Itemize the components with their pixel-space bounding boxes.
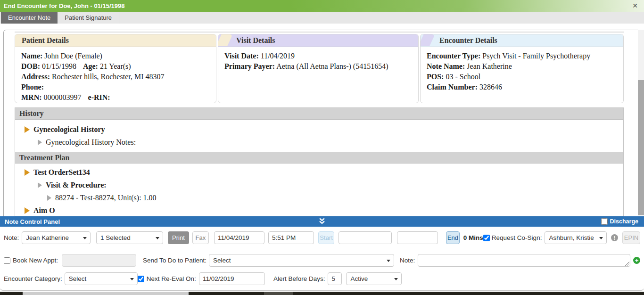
info-icon[interactable]: ! (611, 234, 618, 241)
discharge-checkbox-group: Discharge (601, 216, 638, 227)
note-control-panel-title: Note Control Panel (5, 218, 60, 225)
content-top-divider (15, 32, 624, 33)
tree-item-label: Gynecological History (33, 125, 105, 134)
mrn-value: 0000003997 (44, 93, 82, 101)
encounter-details-card: Encounter Details Encounter Type: Psych … (420, 34, 624, 103)
tree-item-label: Gynecological History Notes: (46, 138, 136, 147)
epin-button[interactable]: EPIN (622, 231, 640, 244)
collapsed-arrow-icon[interactable] (38, 139, 42, 145)
encounter-date-input[interactable] (214, 231, 264, 244)
request-cosign-label: Request Co-Sign: (492, 234, 542, 241)
pos-label: POS: (427, 73, 444, 81)
appointment-row: Book New Appt: Send To Do to Patient: Se… (4, 254, 640, 267)
chevron-down-icon (387, 260, 390, 262)
tab-separator (119, 12, 119, 24)
book-new-appt-label: Book New Appt: (13, 257, 58, 264)
tab-encounter-note[interactable]: Encounter Note (1, 12, 58, 24)
address-value: Rochester hills, Rochester, MI 48307 (52, 73, 164, 81)
age-label: Age: (83, 62, 98, 70)
resize-handle-icon[interactable] (625, 262, 629, 266)
print-button[interactable]: Print (168, 231, 189, 244)
next-reeval-checkbox[interactable] (138, 276, 144, 282)
fax-button[interactable]: Fax (192, 231, 209, 244)
chevron-down-icon (130, 278, 134, 280)
encounter-category-select[interactable]: Select (65, 272, 138, 285)
chevron-down-icon (394, 278, 398, 280)
tab-bar: Encounter Note Patient Signature (0, 12, 644, 24)
cosign-provider-select[interactable]: Ashburn, Kristie (545, 231, 607, 244)
book-new-appt-checkbox[interactable] (4, 257, 10, 264)
patient-details-title: Patient Details (22, 36, 69, 45)
primary-payer-label: Primary Payer: (224, 62, 275, 70)
primary-payer-value: Aetna (All Aetna Plans-) (54151654) (276, 62, 388, 70)
discharge-checkbox[interactable] (601, 218, 608, 225)
scrollbar-thumb[interactable] (638, 80, 644, 215)
encounter-type-value: Psych Visit - Family Psychotherapy (482, 52, 590, 60)
tree-item-orderset[interactable]: Test OrderSet134 (15, 166, 623, 179)
tab-patient-signature[interactable]: Patient Signature (58, 12, 119, 24)
request-cosign-checkbox[interactable] (483, 235, 490, 241)
start-timer-button[interactable]: Start (318, 231, 334, 244)
timer-start-input[interactable] (339, 231, 392, 244)
tree-item-label: Visit & Procedure: (46, 181, 107, 189)
alert-before-days-label: Alert Before Days: (273, 275, 325, 282)
tree-item-procedure-code[interactable]: 88274 - Test-88274, Unit(s): 1.00 (15, 191, 623, 204)
timer-end-input[interactable] (397, 231, 438, 244)
treatment-plan-section-header[interactable]: Treatment Plan (15, 152, 623, 164)
expanded-arrow-icon[interactable] (25, 169, 30, 176)
next-reeval-label: Next Re-Eval On: (147, 275, 196, 282)
collapse-double-chevron-icon[interactable] (318, 217, 326, 227)
selected-items-select[interactable]: 1 Selected (96, 231, 163, 244)
encounter-details-title: Encounter Details (439, 36, 497, 45)
patient-details-body: Name: John Doe (Female) DOB: 01/15/1998 … (15, 47, 216, 103)
tree-item-gyn-history[interactable]: Gynecological History (15, 123, 623, 136)
history-title: History (19, 109, 44, 118)
send-todo-select[interactable]: Select (209, 254, 394, 267)
collapsed-arrow-icon[interactable] (47, 195, 51, 201)
tree-item-gyn-history-notes[interactable]: Gynecological History Notes: (15, 136, 623, 148)
end-timer-button[interactable]: End (446, 231, 460, 244)
treatment-plan-title: Treatment Plan (19, 154, 70, 162)
note-control-panel: Note Control Panel Discharge Note: Jean … (0, 216, 644, 291)
tree-item-visit-procedure[interactable]: Visit & Procedure: (15, 179, 623, 191)
alert-before-days-input[interactable] (328, 272, 342, 285)
book-appt-input (62, 254, 136, 267)
name-value: John Doe (Female) (44, 52, 102, 60)
add-icon[interactable]: + (633, 257, 640, 264)
visit-details-header: Visit Details (218, 34, 418, 47)
visit-details-title: Visit Details (236, 36, 275, 45)
next-reeval-date-input[interactable] (199, 272, 265, 285)
history-section-header[interactable]: History (15, 108, 623, 120)
name-label: Name: (21, 52, 42, 60)
note-sections: History Gynecological History Gynecologi… (15, 107, 624, 216)
note-label: Note: (4, 234, 19, 241)
todo-note-label: Note: (400, 257, 415, 264)
history-section-content: Gynecological History Gynecological Hist… (15, 120, 623, 152)
dialog-title: End Encounter for Doe, John - 01/15/1998 (0, 2, 124, 9)
note-name-select-value: Jean Katherine (26, 234, 69, 241)
collapsed-arrow-icon[interactable] (38, 182, 42, 188)
expanded-arrow-icon[interactable] (25, 207, 30, 214)
tree-item-clipped[interactable]: Aim O (15, 204, 623, 215)
tree-item-label: Aim O (33, 206, 55, 215)
note-name-select[interactable]: Jean Katherine (22, 231, 91, 244)
ribbon-wedge (218, 34, 233, 46)
pos-value: 03 - School (446, 73, 480, 81)
vertical-scrollbar[interactable] (638, 30, 644, 216)
encounter-time-input[interactable] (268, 231, 314, 244)
phone-label: Phone: (21, 83, 44, 91)
taskbar-segment (264, 292, 293, 295)
visit-details-card: Visit Details Visit Date: 11/04/2019 Pri… (218, 34, 419, 103)
tree-item-label: Test OrderSet134 (33, 168, 90, 177)
send-todo-value: Select (213, 257, 231, 264)
erin-label: e-RIN: (88, 93, 110, 101)
visit-date-value: 11/04/2019 (261, 52, 295, 60)
expanded-arrow-icon[interactable] (25, 126, 30, 133)
status-select[interactable]: Active (346, 272, 402, 285)
age-value: 21 Year(s) (100, 62, 131, 70)
category-row: Encounter Category: Select Next Re-Eval … (4, 272, 640, 285)
note-row: Note: Jean Katherine 1 Selected Print Fa… (4, 231, 640, 244)
claim-number-label: Claim Number: (427, 83, 478, 91)
todo-note-textarea[interactable] (418, 254, 630, 267)
close-icon[interactable]: ✕ (632, 2, 638, 9)
